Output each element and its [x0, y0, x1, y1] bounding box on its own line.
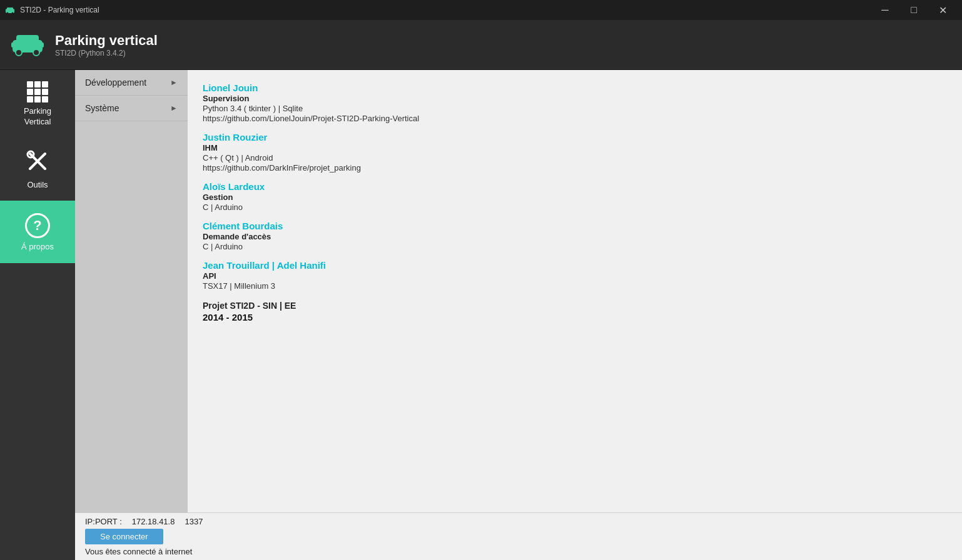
submenu-item-systeme[interactable]: Système ► — [75, 96, 188, 121]
sidebar-label-parking-line1: Parking — [24, 106, 51, 116]
app-subtitle: STI2D (Python 3.4.2) — [55, 49, 158, 58]
contributor-name-jean: Jean Trouillard | Adel Hanifi — [203, 260, 947, 271]
svg-rect-1 — [7, 8, 13, 10]
contributor-role-clement: Demande d'accès — [203, 232, 947, 241]
svg-rect-8 — [11, 42, 15, 48]
contributor-name-justin: Justin Rouzier — [203, 132, 947, 142]
titlebar-controls: ─ □ ✕ — [871, 0, 957, 20]
titlebar-left: STI2D - Parking vertical — [5, 5, 99, 15]
project-footer: Projet STI2D - SIN | EE 2014 - 2015 — [203, 301, 947, 322]
status-bar: IP:PORT : 172.18.41.8 1337 Se connecter … — [75, 512, 962, 560]
contributor-tech-alois: C | Arduino — [203, 202, 947, 212]
contributor-justin: Justin Rouzier IHM C++ ( Qt ) | Android … — [203, 132, 947, 172]
about-content: Lionel Jouin Supervision Python 3.4 ( tk… — [188, 70, 962, 512]
close-button[interactable]: ✕ — [928, 0, 957, 20]
connect-button[interactable]: Se connecter — [85, 529, 163, 544]
ip-label: IP:PORT : — [85, 517, 122, 526]
main-content-wrapper: Développement ► Système ► Lionel Jouin S… — [75, 70, 962, 512]
app-header-text: Parking vertical STI2D (Python 3.4.2) — [55, 32, 158, 58]
minimize-button[interactable]: ─ — [871, 0, 899, 20]
status-ip-row: IP:PORT : 172.18.41.8 1337 — [85, 517, 952, 526]
sidebar-label-parking-line2: Vertical — [24, 117, 51, 126]
contributor-tech-justin: C++ ( Qt ) | Android — [203, 153, 947, 162]
contributor-jean: Jean Trouillard | Adel Hanifi API TSX17 … — [203, 260, 947, 291]
sidebar-label-apropos: Á propos — [21, 242, 54, 251]
project-footer-line2: 2014 - 2015 — [203, 312, 947, 322]
svg-point-3 — [12, 12, 14, 14]
app-header: Parking vertical STI2D (Python 3.4.2) — [0, 20, 962, 70]
contributor-role-jean: API — [203, 271, 947, 281]
contributor-link-justin: https://github.com/DarkInFire/projet_par… — [203, 163, 947, 172]
ip-value: 172.18.41.8 — [132, 517, 175, 526]
submenu-item-developpement[interactable]: Développement ► — [75, 70, 188, 96]
contributor-role-lionel: Supervision — [203, 94, 947, 103]
contributor-clement: Clément Bourdais Demande d'accès C | Ard… — [203, 221, 947, 251]
sidebar-label-outils: Outils — [27, 180, 48, 189]
project-footer-line1: Projet STI2D - SIN | EE — [203, 301, 947, 311]
chevron-right-icon-2: ► — [170, 104, 178, 112]
svg-point-7 — [33, 49, 39, 56]
titlebar-title: STI2D - Parking vertical — [20, 6, 99, 14]
app-title: Parking vertical — [55, 32, 158, 49]
contributor-tech-lionel: Python 3.4 ( tkinter ) | Sqlite — [203, 104, 947, 113]
main-layout: Parking Vertical Outils ? Á propos — [0, 70, 962, 560]
svg-point-2 — [7, 12, 9, 14]
question-icon: ? — [25, 213, 50, 238]
app-header-icon — [10, 29, 45, 61]
sidebar-item-apropos[interactable]: ? Á propos — [0, 201, 75, 263]
contributor-name-lionel: Lionel Jouin — [203, 82, 947, 93]
svg-rect-9 — [40, 42, 44, 48]
port-value: 1337 — [185, 517, 203, 526]
svg-point-6 — [16, 49, 22, 56]
tools-icon — [25, 149, 50, 176]
submenu: Développement ► Système ► — [75, 70, 188, 512]
status-connected-text: Vous êtes connecté à internet — [85, 547, 952, 556]
contributor-link-lionel: https://github.com/LionelJouin/Projet-ST… — [203, 114, 947, 123]
titlebar: STI2D - Parking vertical ─ □ ✕ — [0, 0, 962, 20]
maximize-button[interactable]: □ — [899, 0, 928, 20]
submenu-label-developpement: Développement — [85, 78, 146, 88]
sidebar-item-outils[interactable]: Outils — [0, 138, 75, 201]
content-area: Développement ► Système ► Lionel Jouin S… — [75, 70, 962, 560]
sidebar-item-parking[interactable]: Parking Vertical — [0, 70, 75, 138]
sidebar: Parking Vertical Outils ? Á propos — [0, 70, 75, 560]
contributor-role-alois: Gestion — [203, 192, 947, 202]
grid-icon — [27, 81, 48, 102]
svg-rect-5 — [16, 35, 39, 44]
contributor-tech-jean: TSX17 | Millenium 3 — [203, 281, 947, 291]
contributor-name-alois: Aloïs Lardeux — [203, 181, 947, 192]
contributor-alois: Aloïs Lardeux Gestion C | Arduino — [203, 181, 947, 212]
chevron-right-icon: ► — [170, 78, 178, 87]
app-small-icon — [5, 5, 15, 15]
contributor-role-justin: IHM — [203, 143, 947, 152]
contributor-name-clement: Clément Bourdais — [203, 221, 947, 231]
contributor-tech-clement: C | Arduino — [203, 242, 947, 251]
submenu-label-systeme: Système — [85, 103, 119, 113]
contributor-lionel: Lionel Jouin Supervision Python 3.4 ( tk… — [203, 82, 947, 123]
